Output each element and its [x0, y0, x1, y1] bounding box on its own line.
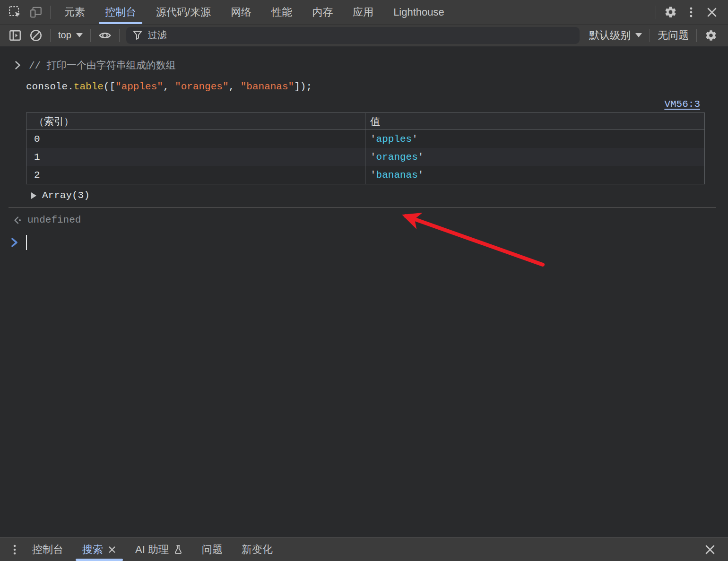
close-drawer-button[interactable] [700, 539, 720, 560]
tab-application-label: 应用 [353, 5, 373, 19]
context-selector[interactable]: top [54, 30, 87, 41]
close-icon [704, 544, 716, 556]
string-value: oranges [376, 152, 418, 163]
code-method: table [74, 81, 104, 92]
code-string-1: "apples" [115, 81, 163, 92]
prompt-chevron-icon [10, 237, 18, 248]
show-console-sidebar-button[interactable] [5, 25, 26, 46]
main-tab-bar: 元素 控制台 源代码/来源 网络 性能 内存 应用 Lighthouse [0, 0, 728, 25]
inspect-cursor-icon [9, 6, 22, 19]
array-preview-label: Array(3) [42, 190, 90, 201]
code-string-3: "bananas" [241, 81, 294, 92]
filter-box [126, 27, 580, 44]
table-header-value: 值 [365, 113, 704, 129]
console-toolbar: top 默认级别 无问题 [0, 25, 728, 46]
array-preview-row[interactable]: Array(3) [31, 190, 728, 201]
table-cell-index: 2 [26, 170, 365, 181]
tab-memory[interactable]: 内存 [302, 0, 343, 24]
console-table: （索引） 值 0 'apples' 1 'oranges' 2 'bananas… [26, 112, 705, 184]
toolbar-separator [50, 6, 51, 19]
tab-network[interactable]: 网络 [221, 0, 261, 24]
kebab-menu-icon [9, 544, 20, 556]
filter-input[interactable] [148, 30, 574, 41]
source-location-link[interactable]: VM56:3 [664, 99, 700, 110]
tab-lighthouse[interactable]: Lighthouse [383, 0, 454, 24]
log-level-selector[interactable]: 默认级别 [585, 28, 646, 43]
code-comma-1: , [163, 81, 175, 92]
chevron-right-icon [14, 60, 21, 70]
inspect-element-button[interactable] [5, 2, 26, 23]
tab-application[interactable]: 应用 [343, 0, 383, 24]
sidebar-panel-icon [9, 29, 22, 42]
string-quote: ' [370, 134, 376, 145]
code-object: console. [26, 81, 74, 92]
more-options-button[interactable] [681, 2, 702, 23]
toolbar-separator [90, 29, 91, 42]
chevron-down-icon [635, 33, 642, 37]
tab-sources-label: 源代码/来源 [156, 5, 211, 19]
drawer-tab-search[interactable]: 搜索 [73, 538, 126, 561]
drawer-tab-issues[interactable]: 问题 [192, 538, 232, 561]
drawer-tab-ai-label: AI 助理 [135, 543, 169, 557]
gear-icon [705, 29, 717, 42]
console-echo-message: // 打印一个由字符串组成的数组 [14, 59, 728, 72]
toggle-device-toolbar-button[interactable] [26, 2, 46, 23]
gear-icon [664, 6, 677, 18]
close-devtools-button[interactable] [702, 2, 722, 23]
expand-triangle-icon[interactable] [31, 192, 36, 199]
drawer-tab-search-label: 搜索 [82, 543, 103, 557]
tab-performance-label: 性能 [271, 5, 292, 19]
toolbar-separator [119, 29, 120, 42]
message-divider [9, 207, 716, 208]
drawer-tab-whats-new-label: 新变化 [242, 543, 273, 557]
chevron-down-icon [76, 33, 83, 37]
table-header-row: （索引） 值 [26, 113, 704, 130]
drawer-tab-whats-new[interactable]: 新变化 [232, 538, 282, 561]
return-value-row: undefined [12, 215, 728, 225]
console-settings-button[interactable] [701, 25, 721, 46]
code-open: ([ [104, 81, 115, 92]
toolbar-separator [650, 29, 650, 42]
code-close: ]); [294, 81, 312, 92]
toolbar-separator [656, 6, 656, 19]
table-row: 2 'bananas' [26, 166, 704, 184]
table-row: 0 'apples' [26, 130, 704, 148]
text-cursor [26, 235, 27, 250]
issues-counter[interactable]: 无问题 [654, 28, 693, 43]
device-toolbar-icon [29, 6, 43, 19]
table-body: 0 'apples' 1 'oranges' 2 'bananas' [26, 130, 704, 184]
toolbar-separator [696, 29, 697, 42]
tab-performance[interactable]: 性能 [261, 0, 302, 24]
drawer-tab-ai-assistance[interactable]: AI 助理 [126, 538, 192, 561]
console-echo-code: console.table(["apples", "oranges", "ban… [26, 81, 728, 92]
tab-sources[interactable]: 源代码/来源 [146, 0, 221, 24]
echo-comment: // 打印一个由字符串组成的数组 [29, 59, 176, 72]
drawer-menu-button[interactable] [7, 539, 23, 560]
toolbar-separator [50, 29, 51, 42]
code-string-2: "oranges" [175, 81, 228, 92]
tab-console[interactable]: 控制台 [95, 0, 146, 24]
settings-button[interactable] [660, 2, 681, 23]
string-quote: ' [418, 152, 424, 163]
create-live-expression-button[interactable] [95, 25, 115, 46]
tab-console-label: 控制台 [105, 5, 136, 19]
devtools-window: 元素 控制台 源代码/来源 网络 性能 内存 应用 Lighthouse [0, 0, 728, 561]
tab-lighthouse-label: Lighthouse [393, 6, 444, 18]
source-link-row: VM56:3 [0, 99, 700, 110]
drawer-tab-console[interactable]: 控制台 [23, 538, 73, 561]
return-value-label: undefined [27, 215, 81, 225]
log-level-label: 默认级别 [589, 28, 631, 43]
close-tab-icon[interactable] [108, 545, 116, 554]
console-prompt[interactable] [10, 235, 728, 250]
experiment-flask-icon [173, 544, 183, 555]
return-value-icon [12, 215, 23, 225]
drawer-tab-issues-label: 问题 [202, 543, 223, 557]
context-selector-label: top [58, 30, 71, 41]
table-row: 1 'oranges' [26, 148, 704, 166]
kebab-menu-icon [685, 6, 697, 18]
filter-funnel-icon [132, 30, 143, 41]
tab-network-label: 网络 [231, 5, 251, 19]
string-quote: ' [370, 170, 376, 181]
clear-console-button[interactable] [26, 25, 46, 46]
tab-elements[interactable]: 元素 [54, 0, 95, 24]
